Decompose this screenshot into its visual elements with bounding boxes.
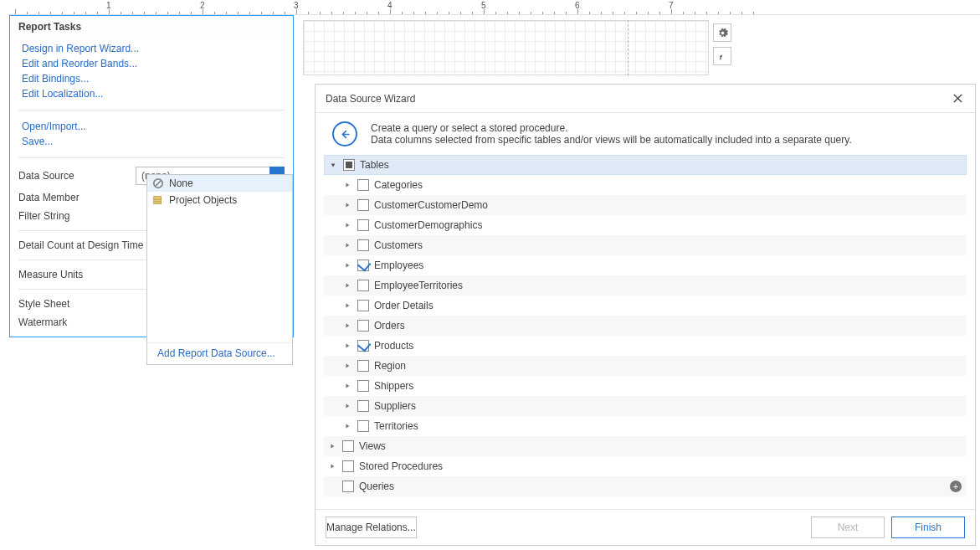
table-checkbox[interactable]	[357, 320, 369, 332]
table-label: Territories	[374, 420, 418, 432]
tree-root-tables[interactable]: Tables	[324, 155, 967, 175]
expand-icon[interactable]	[342, 302, 352, 309]
table-label: Products	[374, 340, 413, 352]
wizard-title: Data Source Wizard	[326, 93, 415, 105]
table-label: EmployeeTerritories	[374, 280, 463, 291]
table-row[interactable]: Region	[324, 356, 967, 376]
link-design-wizard[interactable]: Design in Report Wizard...	[18, 41, 285, 56]
dropdown-add-data-source[interactable]: Add Report Data Source...	[147, 342, 292, 364]
ruler-label: 7	[669, 1, 674, 10]
checkbox-queries[interactable]	[342, 481, 354, 492]
tree-root-label: Stored Procedures	[359, 460, 443, 472]
tree-root-label: Views	[359, 440, 386, 452]
table-checkbox[interactable]	[357, 239, 369, 251]
table-checkbox[interactable]	[357, 179, 369, 191]
expand-icon[interactable]	[342, 362, 352, 369]
svg-line-2	[156, 181, 162, 187]
ruler-label: 3	[294, 1, 299, 10]
dropdown-item-none[interactable]: None	[147, 175, 292, 192]
table-row[interactable]: CustomerCustomerDemo	[324, 195, 967, 215]
expand-icon[interactable]	[342, 403, 352, 409]
expand-icon[interactable]	[342, 322, 352, 329]
table-row[interactable]: Products	[324, 336, 967, 356]
database-icon	[152, 194, 164, 206]
expand-icon[interactable]	[342, 222, 352, 229]
link-save[interactable]: Save...	[18, 134, 285, 149]
table-checkbox[interactable]	[357, 340, 369, 352]
tree-root-stored-procedures[interactable]: Stored Procedures	[324, 456, 967, 476]
expand-icon[interactable]	[342, 383, 352, 389]
table-checkbox[interactable]	[357, 260, 369, 271]
table-checkbox[interactable]	[357, 400, 369, 412]
label-watermark: Watermark	[18, 316, 136, 328]
table-row[interactable]: CustomerDemographics	[324, 215, 967, 235]
dropdown-item-label: Project Objects	[169, 194, 237, 206]
table-label: Employees	[374, 260, 423, 271]
expand-icon[interactable]	[327, 443, 337, 450]
link-open-import[interactable]: Open/Import...	[18, 119, 285, 134]
table-row[interactable]: Employees	[324, 255, 967, 275]
wizard-back-button[interactable]	[332, 121, 357, 146]
expand-icon[interactable]	[342, 182, 352, 188]
link-edit-bindings[interactable]: Edit Bindings...	[18, 71, 285, 86]
table-checkbox[interactable]	[357, 300, 369, 311]
table-label: Region	[374, 360, 406, 372]
collapse-icon[interactable]	[328, 162, 338, 168]
table-label: CustomerDemographics	[374, 219, 482, 231]
link-edit-localization[interactable]: Edit Localization...	[18, 86, 285, 101]
table-row[interactable]: Order Details	[324, 296, 967, 316]
dropdown-item-project-objects[interactable]: Project Objects	[147, 192, 292, 208]
table-row[interactable]: Customers	[324, 235, 967, 255]
expand-icon[interactable]	[342, 282, 352, 289]
table-row[interactable]: Categories	[324, 175, 967, 195]
wizard-finish-button[interactable]: Finish	[891, 517, 965, 538]
checkbox-stored-procedures[interactable]	[342, 460, 354, 472]
table-label: Orders	[374, 320, 405, 332]
wizard-next-button[interactable]: Next	[811, 517, 885, 538]
canvas-gear-button[interactable]	[713, 23, 731, 42]
canvas-function-button[interactable]: f	[713, 47, 731, 65]
ruler-horizontal: 1234567	[8, 0, 980, 15]
ruler-label: 2	[200, 1, 205, 10]
link-edit-bands[interactable]: Edit and Reorder Bands...	[18, 56, 285, 71]
table-row[interactable]: Orders	[324, 316, 967, 336]
tree-root-views[interactable]: Views	[324, 436, 967, 456]
wizard-tree: Tables CategoriesCustomerCustomerDemoCus…	[316, 155, 975, 509]
wizard-intro-line2: Data columns selected from specific tabl…	[371, 134, 852, 146]
expand-icon[interactable]	[342, 242, 352, 249]
wizard-intro-line1: Create a query or select a stored proced…	[371, 122, 852, 134]
report-canvas[interactable]	[303, 20, 709, 75]
add-query-button[interactable]: +	[950, 481, 962, 492]
label-measure-units: Measure Units	[18, 269, 136, 280]
label-filter-string: Filter String	[18, 210, 136, 222]
checkbox-views[interactable]	[342, 440, 354, 452]
data-source-wizard-dialog: Data Source Wizard Create a query or sel…	[315, 84, 976, 546]
table-row[interactable]: Suppliers	[324, 396, 967, 416]
expand-icon[interactable]	[342, 423, 352, 429]
label-data-source: Data Source	[18, 170, 136, 182]
ruler-label: 5	[481, 1, 486, 10]
table-checkbox[interactable]	[357, 420, 369, 432]
canvas-margin-line	[628, 20, 629, 75]
expand-icon[interactable]	[342, 202, 352, 208]
table-row[interactable]: Territories	[324, 416, 967, 436]
ruler-label: 6	[575, 1, 580, 10]
dropdown-item-label: None	[169, 177, 193, 189]
expand-icon[interactable]	[327, 463, 337, 470]
table-checkbox[interactable]	[357, 280, 369, 291]
table-row[interactable]: EmployeeTerritories	[324, 275, 967, 296]
svg-rect-3	[154, 197, 162, 204]
table-row[interactable]: Shippers	[324, 376, 967, 396]
label-data-member: Data Member	[18, 192, 136, 203]
expand-icon[interactable]	[342, 262, 352, 269]
table-checkbox[interactable]	[357, 219, 369, 231]
table-checkbox[interactable]	[357, 380, 369, 392]
table-checkbox[interactable]	[357, 360, 369, 372]
table-checkbox[interactable]	[357, 199, 369, 211]
checkbox-tables[interactable]	[343, 159, 355, 171]
label-detail-count: Detail Count at Design Time	[18, 239, 143, 251]
manage-relations-button[interactable]: Manage Relations...	[326, 517, 417, 538]
tree-root-queries[interactable]: Queries +	[324, 476, 967, 496]
expand-icon[interactable]	[342, 342, 352, 349]
wizard-close-button[interactable]	[950, 91, 965, 106]
